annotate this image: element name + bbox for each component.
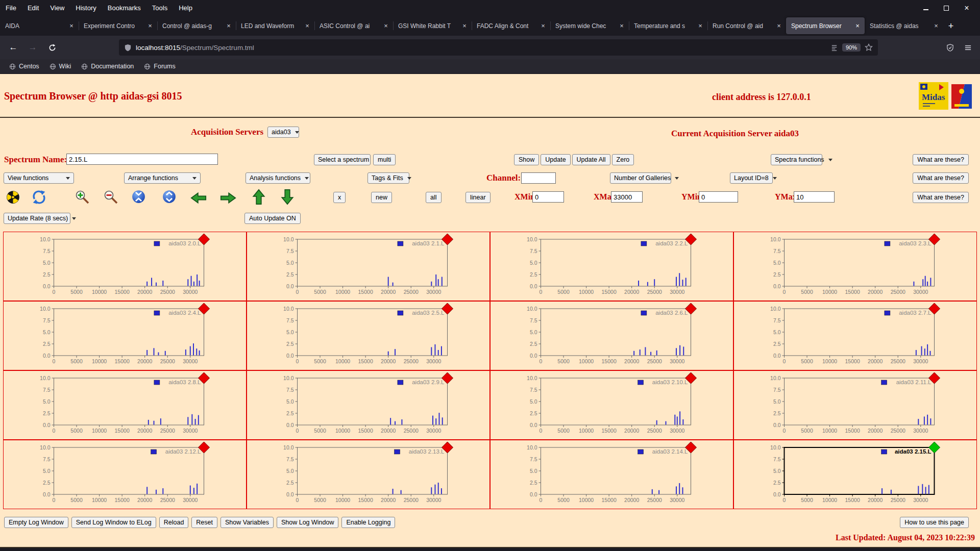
spectrum-cell-aida03-2-8-l[interactable]: 0.02.55.07.510.0050001000015000200002500… (3, 370, 247, 440)
tab-close-icon[interactable]: × (853, 22, 862, 30)
spectrum-cell-aida03-2-9-l[interactable]: 0.02.55.07.510.0050001000015000200002500… (247, 370, 490, 440)
menu-file[interactable]: File (0, 0, 22, 16)
auto-update-button[interactable]: Auto Update ON (244, 213, 301, 224)
spectrum-cell-aida03-2-1-l[interactable]: 0.02.55.07.510.0050001000015000200002500… (247, 232, 490, 301)
xmin-input[interactable] (532, 191, 564, 203)
bookmark-documentation[interactable]: Documentation (77, 61, 138, 71)
bookmark-star-icon[interactable] (865, 43, 873, 52)
show-button[interactable]: Show (514, 154, 539, 165)
ymin-input[interactable] (699, 191, 738, 203)
compress-vertical-button[interactable] (132, 190, 145, 204)
tab-close-icon[interactable]: × (67, 22, 76, 30)
shift-up-button[interactable] (252, 188, 265, 206)
ymax-input[interactable] (794, 191, 835, 203)
tab-led-and-waveform[interactable]: LED and Waveform× (236, 17, 314, 34)
what-are-these-button-2[interactable]: What are these? (913, 172, 969, 184)
reader-mode-icon[interactable] (830, 44, 838, 52)
bookmark-wiki[interactable]: Wiki (45, 61, 76, 71)
tab-spectrum-browser[interactable]: Spectrum Browser× (786, 17, 865, 34)
tab-close-icon[interactable]: × (775, 22, 783, 30)
spectrum-cell-aida03-2-11-l[interactable]: 0.02.55.07.510.0050001000015000200002500… (733, 370, 977, 440)
spectrum-cell-aida03-2-6-l[interactable]: 0.02.55.07.510.0050001000015000200002500… (490, 301, 733, 370)
radiation-button[interactable] (6, 190, 20, 204)
menu-view[interactable]: View (44, 0, 70, 16)
x-button[interactable]: x (333, 192, 346, 203)
reset-button[interactable]: Reset (191, 517, 217, 528)
spectrum-cell-aida03-2-15-l[interactable]: 0.02.55.07.510.0050001000015000200002500… (733, 440, 977, 509)
url-bar[interactable]: localhost:8015/Spectrum/Spectrum.tml 90% (119, 39, 878, 56)
tags-fits-select[interactable]: Tags & Fits (368, 172, 409, 184)
xmax-input[interactable] (611, 191, 643, 203)
update-all-button[interactable]: Update All (572, 154, 610, 165)
spectrum-cell-aida03-2-4-l[interactable]: 0.02.55.07.510.0050001000015000200002500… (3, 301, 247, 370)
spectra-functions-select[interactable]: Spectra functions (771, 154, 822, 165)
close-icon[interactable]: × (964, 5, 970, 11)
spectrum-cell-aida03-2-14-l[interactable]: 0.02.55.07.510.0050001000015000200002500… (490, 440, 733, 509)
empty-log-window-button[interactable]: Empty Log Window (4, 517, 68, 528)
zoom-in-button[interactable] (75, 189, 90, 205)
zoom-level-badge[interactable]: 90% (842, 43, 861, 52)
show-variables-button[interactable]: Show Variables (220, 517, 274, 528)
update-button[interactable]: Update (541, 154, 570, 165)
bookmark-centos[interactable]: Centos (5, 61, 43, 71)
maximize-icon[interactable] (943, 5, 949, 11)
tab-close-icon[interactable]: × (539, 22, 547, 30)
spectrum-cell-aida03-2-0-l[interactable]: 0.02.55.07.510.0050001000015000200002500… (3, 232, 247, 301)
linear-button[interactable]: linear (465, 192, 491, 203)
menu-history[interactable]: History (70, 0, 102, 16)
spectrum-cell-aida03-2-12-l[interactable]: 0.02.55.07.510.0050001000015000200002500… (3, 440, 247, 509)
tab-run-control-aid[interactable]: Run Control @ aid× (707, 17, 786, 34)
tab-close-icon[interactable]: × (303, 22, 311, 30)
menu-edit[interactable]: Edit (22, 0, 44, 16)
hamburger-menu-button[interactable] (960, 39, 976, 56)
show-log-window-button[interactable]: Show Log Window (277, 517, 339, 528)
spectrum-cell-aida03-2-13-l[interactable]: 0.02.55.07.510.0050001000015000200002500… (247, 440, 490, 509)
layout-id-select[interactable]: Layout ID=8 (730, 172, 773, 184)
tab-close-icon[interactable]: × (460, 22, 469, 30)
expand-vertical-button[interactable] (162, 190, 176, 204)
tab-asic-control-ai[interactable]: ASIC Control @ ai× (314, 17, 393, 34)
view-functions-select[interactable]: View functions (4, 172, 74, 184)
tab-control-aidas-g[interactable]: Control @ aidas-g× (157, 17, 236, 34)
spectrum-cell-aida03-2-2-l[interactable]: 0.02.55.07.510.0050001000015000200002500… (490, 232, 733, 301)
spectrum-cell-aida03-2-10-l[interactable]: 0.02.55.07.510.0050001000015000200002500… (490, 370, 733, 440)
tab-statistics-aidas[interactable]: Statistics @ aidas× (865, 17, 943, 34)
minimize-icon[interactable] (923, 5, 929, 11)
tab-fadc-align-cont[interactable]: FADC Align & Cont× (472, 17, 550, 34)
shift-right-button[interactable] (219, 191, 237, 205)
tab-temperature-and-s[interactable]: Temperature and s× (629, 17, 707, 34)
tab-aida[interactable]: AIDA× (0, 17, 79, 34)
zero-button[interactable]: Zero (612, 154, 634, 165)
tab-close-icon[interactable]: × (932, 22, 940, 30)
spectrum-cell-aida03-2-7-l[interactable]: 0.02.55.07.510.0050001000015000200002500… (733, 301, 977, 370)
analysis-functions-select[interactable]: Analysis functions (246, 172, 310, 184)
send-log-window-to-elog-button[interactable]: Send Log Window to ELog (71, 517, 156, 528)
enable-logging-button[interactable]: Enable Logging (341, 517, 395, 528)
shield-check-button[interactable] (942, 39, 958, 56)
tab-close-icon[interactable]: × (225, 22, 233, 30)
tab-close-icon[interactable]: × (696, 22, 704, 30)
tab-experiment-contro[interactable]: Experiment Contro× (79, 17, 157, 34)
reload-button[interactable]: Reload (159, 517, 189, 528)
what-are-these-button-3[interactable]: What are these? (913, 192, 969, 203)
tab-close-icon[interactable]: × (146, 22, 154, 30)
bookmark-forums[interactable]: Forums (140, 61, 179, 71)
menu-help[interactable]: Help (173, 0, 198, 16)
what-are-these-button-1[interactable]: What are these? (913, 154, 969, 165)
all-button[interactable]: all (426, 192, 442, 203)
how-to-use-button[interactable]: How to use this page (900, 517, 969, 528)
refresh-button[interactable] (32, 190, 46, 205)
menu-tools[interactable]: Tools (146, 0, 173, 16)
menu-bookmarks[interactable]: Bookmarks (102, 0, 146, 16)
tab-system-wide-chec[interactable]: System wide Chec× (550, 17, 629, 34)
shift-down-button[interactable] (281, 188, 294, 206)
reload-button[interactable] (44, 39, 60, 56)
shift-left-button[interactable] (190, 191, 207, 205)
spectrum-name-input[interactable] (66, 154, 218, 165)
multi-button[interactable]: multi (373, 154, 396, 165)
channel-input[interactable] (521, 172, 556, 184)
new-tab-button[interactable]: + (943, 18, 959, 34)
tab-gsi-white-rabbit-t[interactable]: GSI White Rabbit T× (393, 17, 472, 34)
update-rate-select[interactable]: Update Rate (8 secs) (4, 213, 70, 224)
spectrum-cell-aida03-2-3-l[interactable]: 0.02.55.07.510.0050001000015000200002500… (733, 232, 977, 301)
